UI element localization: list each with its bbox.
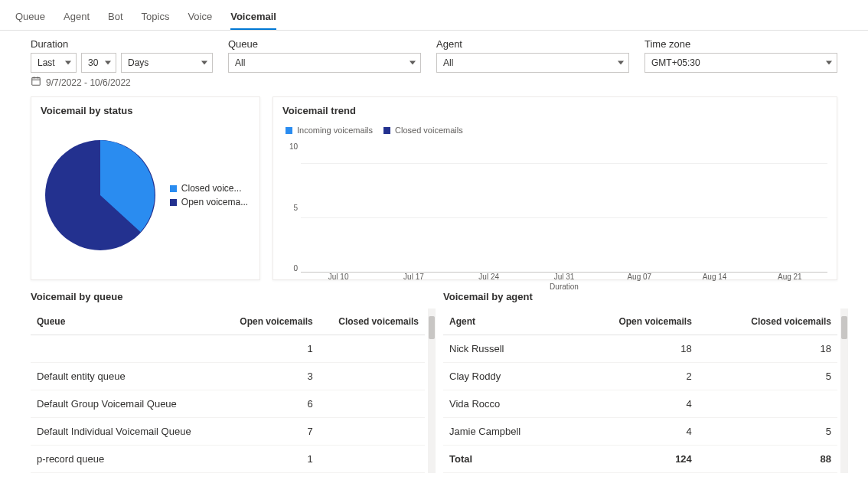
voicemail-by-agent-card: Voicemail by agent Agent Open voicemails… xyxy=(443,291,837,473)
tab-topics[interactable]: Topics xyxy=(142,6,170,30)
trend-bars xyxy=(301,142,827,273)
voicemail-by-queue-card: Voicemail by queue Queue Open voicemails… xyxy=(31,291,425,473)
tz-filter-label: Time zone xyxy=(644,38,837,50)
duration-mode-select[interactable]: Last xyxy=(31,53,77,73)
duration-value-select[interactable]: 30 xyxy=(81,53,116,73)
legend-open: Open voicema... xyxy=(170,197,248,207)
table-row[interactable]: Vida Rocco4 xyxy=(443,390,837,418)
swatch-closed2-icon xyxy=(383,127,390,134)
trend-xaxis: Jul 10Jul 17Jul 24Jul 31Aug 07Aug 14Aug … xyxy=(301,273,827,281)
queue-select[interactable]: All xyxy=(228,53,421,73)
table-row[interactable]: Jamie Campbell45 xyxy=(443,418,837,446)
tab-voicemail[interactable]: Voicemail xyxy=(230,6,276,30)
agent-select[interactable]: All xyxy=(436,53,629,73)
tab-bot[interactable]: Bot xyxy=(108,6,123,30)
filter-duration: Duration Last 30 Days xyxy=(31,38,213,73)
filters-row: Duration Last 30 Days Queue All Agent Al… xyxy=(0,31,868,73)
agent-col-agent[interactable]: Agent xyxy=(443,309,569,335)
agent-col-closed[interactable]: Closed voicemails xyxy=(698,309,837,335)
status-card-title: Voicemail by status xyxy=(41,105,250,116)
queue-scrollbar[interactable] xyxy=(428,309,436,473)
queue-filter-label: Queue xyxy=(228,38,421,50)
voicemail-status-card: Voicemail by status Closed voice... Open… xyxy=(31,96,260,280)
swatch-incoming-icon xyxy=(286,127,292,134)
duration-label: Duration xyxy=(31,38,213,50)
legend-closed: Closed voice... xyxy=(170,183,248,194)
agent-filter-label: Agent xyxy=(436,38,629,50)
status-pie-chart xyxy=(43,138,158,253)
queue-col-queue[interactable]: Queue xyxy=(31,309,221,335)
queue-table-title: Voicemail by queue xyxy=(31,291,425,302)
svg-rect-0 xyxy=(32,78,41,86)
swatch-open-icon xyxy=(170,199,177,206)
trend-chart: 10 5 0 xyxy=(282,142,827,273)
tz-select[interactable]: GMT+05:30 xyxy=(644,53,837,73)
filter-queue: Queue All xyxy=(228,38,421,73)
voicemail-trend-card: Voicemail trend Incoming voicemails Clos… xyxy=(272,96,837,280)
trend-yaxis: 10 5 0 xyxy=(282,142,301,273)
trend-card-title: Voicemail trend xyxy=(282,105,827,116)
table-row[interactable]: 1 xyxy=(31,335,425,363)
table-row[interactable]: p-record queue1 xyxy=(31,446,425,473)
trend-xlabel: Duration xyxy=(301,282,827,291)
date-range-text: 9/7/2022 - 10/6/2022 xyxy=(46,77,131,88)
calendar-icon xyxy=(31,76,41,89)
status-legend: Closed voice... Open voicema... xyxy=(170,180,248,211)
filter-agent: Agent All xyxy=(436,38,629,73)
queue-col-closed[interactable]: Closed voicemails xyxy=(319,309,425,335)
table-row[interactable]: Default Group Voicemail Queue6 xyxy=(31,390,425,418)
filter-timezone: Time zone GMT+05:30 xyxy=(644,38,837,73)
date-range-row: 9/7/2022 - 10/6/2022 xyxy=(0,73,868,96)
tab-voice[interactable]: Voice xyxy=(188,6,212,30)
swatch-closed-icon xyxy=(170,185,177,192)
table-row[interactable]: Nick Russell1818 xyxy=(443,335,837,363)
agent-total-row: Total 124 88 xyxy=(443,446,837,473)
tab-queue[interactable]: Queue xyxy=(15,6,45,30)
table-row[interactable]: Default entity queue3 xyxy=(31,363,425,390)
trend-legend: Incoming voicemails Closed voicemails xyxy=(286,122,827,138)
tabs-bar: QueueAgentBotTopicsVoiceVoicemail xyxy=(0,0,868,31)
table-row[interactable]: Default Individual Voicemail Queue7 xyxy=(31,418,425,446)
queue-col-open[interactable]: Open voicemails xyxy=(221,309,319,335)
duration-unit-select[interactable]: Days xyxy=(121,53,213,73)
agent-col-open[interactable]: Open voicemails xyxy=(569,309,698,335)
tab-agent[interactable]: Agent xyxy=(64,6,90,30)
table-row[interactable]: Clay Roddy25 xyxy=(443,363,837,390)
queue-table: Queue Open voicemails Closed voicemails … xyxy=(31,309,425,473)
agent-table: Agent Open voicemails Closed voicemails … xyxy=(443,309,837,473)
agent-table-title: Voicemail by agent xyxy=(443,291,837,302)
agent-scrollbar[interactable] xyxy=(840,309,848,473)
